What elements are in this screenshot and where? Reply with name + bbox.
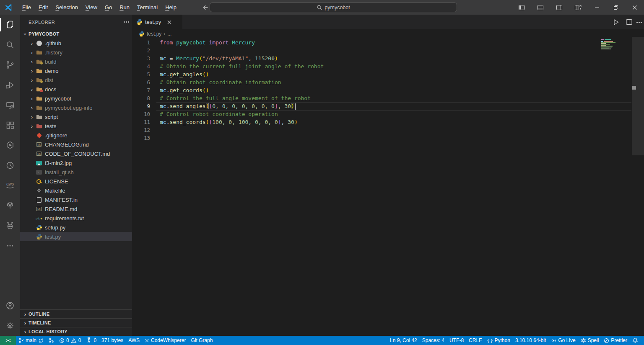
code-line-1[interactable]: 1from pymycobot import Mercury bbox=[132, 39, 644, 46]
customize-layout-icon[interactable] bbox=[569, 0, 587, 15]
menu-file[interactable]: File bbox=[18, 3, 35, 12]
run-python-file-icon[interactable] bbox=[612, 18, 620, 26]
menu-go[interactable]: Go bbox=[101, 3, 116, 12]
aws-icon[interactable]: aws bbox=[0, 175, 20, 196]
tree-item-pymycobot[interactable]: pymycobot bbox=[20, 94, 132, 103]
code-line-2[interactable]: 2 bbox=[132, 46, 644, 54]
python-interpreter-indicator[interactable]: 3.10.10 64-bit bbox=[513, 336, 548, 345]
more-tools-icon[interactable] bbox=[0, 236, 20, 256]
code-line-6[interactable]: 6# Obtain robot coordinate information bbox=[132, 78, 644, 86]
menu-help[interactable]: Help bbox=[161, 3, 180, 12]
tool-circle-extension-icon[interactable] bbox=[0, 155, 20, 175]
go-live-button[interactable]: Go Live bbox=[548, 336, 578, 345]
robot-extension-icon[interactable] bbox=[0, 216, 20, 236]
git-graph-status[interactable]: Git Graph bbox=[188, 336, 215, 345]
run-and-debug-icon[interactable] bbox=[0, 75, 20, 95]
tree-item-readme[interactable]: README.md bbox=[20, 204, 132, 214]
tree-item-install-qt-sh[interactable]: install_qt.sh bbox=[20, 167, 132, 177]
code-line-5[interactable]: 5mc.get_angles() bbox=[132, 70, 644, 78]
explorer-icon[interactable] bbox=[0, 15, 20, 35]
tree-item-changelog[interactable]: CHANGELOG.md bbox=[20, 140, 132, 149]
tree-item-manifest[interactable]: MANIFEST.in bbox=[20, 195, 132, 204]
git-graph-status-icon[interactable] bbox=[46, 336, 57, 345]
code-line-3[interactable]: 3mc = Mercury("/dev/ttyAMA1", 115200) bbox=[132, 54, 644, 62]
tree-item-script[interactable]: script bbox=[20, 112, 132, 121]
tree-item-makefile[interactable]: Makefile bbox=[20, 186, 132, 195]
tree-item-build[interactable]: build bbox=[20, 57, 132, 66]
hexagon-extension-icon[interactable] bbox=[0, 135, 20, 155]
code-line-4[interactable]: 4# Obtain the current full joint angle o… bbox=[132, 62, 644, 70]
remote-explorer-icon[interactable] bbox=[0, 95, 20, 115]
language-mode-indicator[interactable]: Python bbox=[484, 336, 512, 345]
search-icon[interactable] bbox=[0, 35, 20, 55]
menu-run[interactable]: Run bbox=[116, 3, 133, 12]
remote-indicator[interactable] bbox=[0, 336, 16, 345]
code-line-10[interactable]: 10# Control robot coordinate operation bbox=[132, 110, 644, 118]
window-minimize-icon[interactable] bbox=[587, 0, 606, 15]
split-editor-icon[interactable] bbox=[626, 18, 633, 26]
eol-indicator[interactable]: CRLF bbox=[466, 336, 484, 345]
prettier-status[interactable]: Prettier bbox=[601, 336, 630, 345]
notifications-bell-icon[interactable] bbox=[630, 336, 641, 345]
tab-close-icon[interactable] bbox=[166, 19, 173, 26]
toggle-panel-icon[interactable] bbox=[531, 0, 550, 15]
indentation-indicator[interactable]: Spaces: 4 bbox=[420, 336, 447, 345]
tree-item-gitignore[interactable]: .gitignore bbox=[20, 131, 132, 140]
editor-more-actions-icon[interactable] bbox=[639, 22, 640, 23]
code-editor[interactable]: 1from pymycobot import Mercury 2 3mc = M… bbox=[132, 39, 644, 336]
tree-extension-icon[interactable] bbox=[0, 196, 20, 216]
section-outline[interactable]: OUTLINE bbox=[20, 309, 132, 318]
tree-item-history[interactable]: .history bbox=[20, 48, 132, 57]
code-line-8[interactable]: 8# Control the full angle movement of th… bbox=[132, 94, 644, 102]
tree-item-tests[interactable]: tests bbox=[20, 121, 132, 131]
tree-item-setup-py[interactable]: setup.py bbox=[20, 223, 132, 232]
tree-item-egg-info[interactable]: pymycobot.egg-info bbox=[20, 103, 132, 112]
tree-item-test-py[interactable]: test.py bbox=[20, 232, 132, 241]
tree-item-f3-min2-jpg[interactable]: f3-min2.jpg bbox=[20, 158, 132, 167]
breadcrumb-file[interactable]: test.py bbox=[147, 31, 161, 37]
window-restore-icon[interactable] bbox=[606, 0, 625, 15]
accounts-icon[interactable] bbox=[0, 296, 20, 316]
encoding-indicator[interactable]: UTF-8 bbox=[447, 336, 466, 345]
editor-scrollbar[interactable] bbox=[632, 37, 644, 155]
cursor-position-indicator[interactable]: Ln 9, Col 42 bbox=[387, 336, 420, 345]
tree-item-license[interactable]: LICENSE bbox=[20, 177, 132, 186]
code-line-12[interactable]: 12 bbox=[132, 126, 644, 134]
section-local-history[interactable]: LOCAL HISTORY bbox=[20, 327, 132, 336]
ports-indicator[interactable]: 0 bbox=[83, 336, 99, 345]
tree-item-code-of-conduct[interactable]: CODE_OF_CONDUCT.md bbox=[20, 149, 132, 158]
menu-terminal[interactable]: Terminal bbox=[133, 3, 161, 12]
toggle-secondary-sidebar-icon[interactable] bbox=[550, 0, 569, 15]
breadcrumb-symbol[interactable]: ... bbox=[167, 31, 171, 37]
tree-item-demo[interactable]: demo bbox=[20, 66, 132, 75]
code-line-7[interactable]: 7mc.get_coords() bbox=[132, 86, 644, 94]
codewhisperer-status[interactable]: CodeWhisperer bbox=[142, 336, 188, 345]
branch-indicator[interactable]: main bbox=[16, 336, 46, 345]
menu-selection[interactable]: Selection bbox=[52, 3, 81, 12]
back-arrow-icon[interactable] bbox=[202, 4, 209, 11]
tree-root-pymycobot[interactable]: PYMYCOBOT bbox=[20, 29, 132, 39]
minimap[interactable] bbox=[601, 39, 626, 52]
tree-item-github[interactable]: .github bbox=[20, 39, 132, 48]
tree-item-docs[interactable]: docs bbox=[20, 85, 132, 94]
code-line-9[interactable]: 9mc.send_angles([0, 0, 0, 0, 0, 0, 0], 3… bbox=[132, 102, 644, 110]
menu-edit[interactable]: Edit bbox=[35, 3, 52, 12]
toggle-primary-sidebar-icon[interactable] bbox=[512, 0, 531, 15]
aws-status[interactable]: AWS bbox=[126, 336, 142, 345]
extensions-icon[interactable] bbox=[0, 115, 20, 135]
tree-item-dist[interactable]: dist bbox=[20, 75, 132, 85]
source-control-icon[interactable] bbox=[0, 55, 20, 75]
window-close-icon[interactable] bbox=[625, 0, 644, 15]
tab-test-py[interactable]: test.py bbox=[132, 15, 182, 29]
code-line-11[interactable]: 11mc.send_coords([100, 0, 100, 0, 0, 0],… bbox=[132, 118, 644, 126]
menu-view[interactable]: View bbox=[82, 3, 101, 12]
code-line-13[interactable]: 13 bbox=[132, 134, 644, 142]
command-center-search[interactable]: pymycobot bbox=[210, 3, 457, 12]
explorer-more-actions-icon[interactable] bbox=[126, 21, 127, 23]
problems-indicator[interactable]: 0 0 bbox=[57, 336, 83, 345]
section-timeline[interactable]: TIMELINE bbox=[20, 318, 132, 327]
tree-item-requirements[interactable]: requirements.txt bbox=[20, 214, 132, 223]
file-size-indicator[interactable]: 371 bytes bbox=[99, 336, 126, 345]
settings-gear-icon[interactable] bbox=[0, 316, 20, 336]
spell-checker-button[interactable]: Spell bbox=[578, 336, 602, 345]
